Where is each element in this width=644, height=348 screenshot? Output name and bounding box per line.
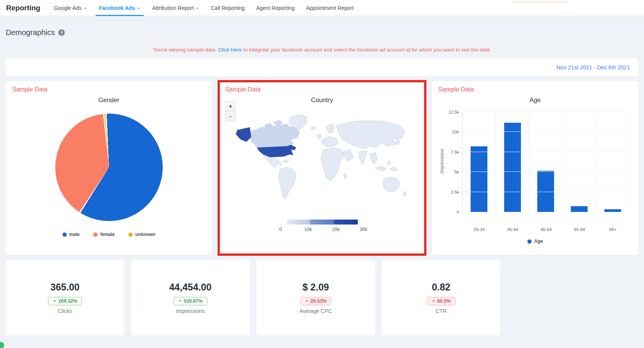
sample-data-label: Sample Data (439, 86, 632, 93)
map-color-scale (286, 220, 358, 225)
tab-google-ads[interactable]: Google Ads⌄ (54, 0, 87, 16)
gender-card: Sample Data Gender malefemaleunknown (6, 81, 212, 255)
page-body: Demographics ? You're viewing sample dat… (0, 28, 644, 335)
legend-item-age[interactable]: Age (527, 239, 543, 244)
scale-label-30k: 30k (360, 227, 367, 232)
date-range-picker[interactable]: Nov 21st 2021 - Dec 6th 2021 (556, 64, 630, 71)
map-scale-labels: 010k20k30k (280, 227, 364, 233)
xlabel-45-54: 45-54 (529, 227, 563, 232)
world-map[interactable] (225, 107, 418, 214)
legend-item-unknown[interactable]: unknown (128, 232, 155, 237)
scale-label-20k: 20k (332, 227, 340, 232)
cutoff-top-button[interactable] (512, 0, 567, 2)
chevron-down-icon: ⌄ (53, 299, 57, 301)
legend-dot-icon (62, 233, 67, 237)
legend-label: female (100, 232, 115, 237)
chevron-down-icon: ⌄ (431, 299, 436, 301)
trend-percent: 520.87% (184, 298, 202, 304)
gridline (463, 192, 630, 192)
legend-dot-icon (527, 239, 532, 244)
gender-legend: malefemaleunknown (12, 232, 205, 237)
zoom-in-button[interactable]: + (226, 101, 235, 111)
xlabel-65: 65+ (596, 227, 630, 232)
xlabel-35-44: 35-44 (496, 227, 529, 232)
gender-pie-chart[interactable] (55, 114, 163, 221)
chat-widget-icon[interactable] (0, 342, 4, 348)
ytick-12-5k: 12.5k (449, 110, 459, 114)
tab-label: Attribution Report (152, 5, 194, 11)
age-column-65 (596, 112, 630, 212)
legend-dot-icon (128, 233, 133, 237)
country-card: Sample Data Country + - (219, 81, 425, 255)
trend-badge: ⌄209.32% (48, 297, 82, 305)
nav-tabs: Google Ads⌄Facebook Ads⌄Attribution Repo… (54, 0, 354, 16)
trend-badge: ⌄20.53% (300, 297, 331, 305)
metric-label: Average CPC (300, 308, 332, 314)
age-plot-area (462, 112, 630, 212)
legend-item-male[interactable]: male (62, 232, 80, 237)
age-column-45-54 (529, 112, 563, 212)
age-column-55-64 (563, 112, 596, 212)
bar-55-64[interactable] (571, 206, 588, 212)
metric-value: 0.82 (432, 282, 450, 293)
metric-value: $ 2.09 (303, 282, 329, 293)
gender-chart-title: Gender (12, 96, 205, 104)
ytick-7-5k: 7.5k (451, 150, 459, 154)
trend-badge: ⌄520.87% (173, 297, 207, 305)
ytick-0: 0 (457, 210, 459, 214)
metric-label: Impressions (176, 308, 205, 314)
metric-value: 44,454.00 (169, 282, 211, 293)
bar-25-34[interactable] (471, 146, 487, 212)
world-map-svg (231, 107, 413, 214)
xlabel-25-34: 25-34 (463, 227, 496, 232)
chevron-down-icon: ⌄ (83, 6, 87, 9)
chevron-down-icon: ⌄ (305, 299, 309, 301)
tab-label: Facebook Ads (99, 5, 135, 11)
app-title: Reporting (6, 4, 40, 12)
age-column-35-44 (496, 112, 529, 212)
zoom-out-button[interactable]: - (226, 111, 235, 121)
notice-text-after: to integrate your facebook account and s… (244, 47, 491, 53)
gridline (463, 112, 630, 112)
bar-35-44[interactable] (504, 123, 521, 212)
age-column-25-34 (463, 112, 496, 212)
age-legend: Age (439, 239, 632, 244)
tab-label: Call Reporting (211, 5, 245, 11)
metric-card-average-cpc: $ 2.09⌄20.53%Average CPC (256, 260, 375, 335)
age-x-axis-labels: 25-3435-4445-5455-6465+ (463, 227, 630, 232)
date-toolbar: Nov 21st 2021 - Dec 6th 2021 (6, 58, 638, 76)
age-y-axis-ticks: 02.5k5k7.5k10k12.5k (445, 112, 462, 212)
tab-facebook-ads[interactable]: Facebook Ads⌄ (99, 0, 141, 16)
tab-appointment-report[interactable]: Appointment Report (306, 0, 354, 16)
bar-65[interactable] (604, 209, 621, 212)
legend-label: unknown (135, 232, 155, 237)
gridline (463, 172, 630, 172)
tab-agent-reporting[interactable]: Agent Reporting (256, 0, 295, 16)
metric-card-clicks: 365.00⌄209.32%Clicks (6, 260, 124, 335)
tab-label: Google Ads (54, 5, 82, 11)
legend-item-female[interactable]: female (93, 232, 115, 237)
age-chart-title: Age (439, 96, 632, 104)
gridline (463, 152, 630, 152)
age-bar-chart: Impressions 02.5k5k7.5k10k12.5k (439, 110, 632, 224)
metric-label: CTR (436, 308, 447, 314)
scale-label-0: 0 (279, 227, 282, 232)
xlabel-55-64: 55-64 (563, 227, 596, 232)
help-icon[interactable]: ? (58, 29, 65, 36)
metrics-row: 365.00⌄209.32%Clicks44,454.00⌄520.87%Imp… (6, 260, 638, 335)
metric-label: Clicks (58, 308, 72, 314)
trend-badge: ⌄50.3% (427, 297, 455, 305)
trend-percent: 209.32% (58, 298, 77, 304)
metric-value: 365.00 (50, 282, 79, 293)
tab-attribution-report[interactable]: Attribution Report⌄ (152, 0, 199, 16)
trend-percent: 20.53% (311, 298, 327, 304)
legend-dot-icon (93, 233, 98, 237)
sample-data-label: Sample Data (225, 86, 418, 93)
metric-card-ctr: 0.82⌄50.3%CTR (382, 260, 500, 335)
sample-data-label: Sample Data (12, 86, 205, 93)
tab-call-reporting[interactable]: Call Reporting (211, 0, 245, 16)
page-title: Demographics (6, 28, 55, 37)
scale-label-10k: 10k (304, 227, 312, 232)
age-y-axis-label: Impressions (439, 98, 445, 224)
click-here-link[interactable]: Click Here (218, 47, 242, 53)
